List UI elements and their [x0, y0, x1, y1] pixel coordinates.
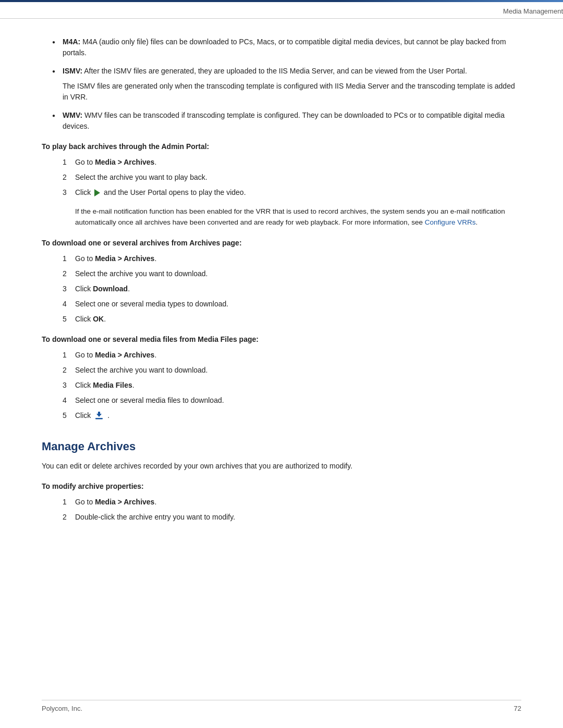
svg-marker-1: [96, 412, 102, 417]
step-num: 1: [63, 157, 67, 168]
svg-rect-0: [95, 418, 103, 419]
step-num: 1: [63, 253, 67, 264]
step: 3 Click Download.: [63, 283, 521, 294]
text-ismv: After the ISMV files are generated, they…: [84, 67, 467, 75]
download-archives-steps: 1 Go to Media > Archives. 2 Select the a…: [63, 253, 521, 325]
nav-link: Media > Archives: [95, 158, 154, 166]
page-footer: Polycom, Inc. 72: [42, 700, 521, 712]
download-icon: [94, 411, 104, 421]
media-files-button-ref: Media Files: [93, 381, 132, 389]
manage-archives-title: Manage Archives: [42, 440, 521, 453]
configure-vrrs-link[interactable]: Configure VRRs: [425, 218, 476, 226]
company-name: Polycom, Inc.: [42, 705, 82, 712]
step-num: 3: [63, 380, 67, 391]
step: 2 Double-click the archive entry you wan…: [63, 512, 521, 523]
playback-heading: To play back archives through the Admin …: [42, 142, 521, 151]
manage-archives-desc: You can edit or delete archives recorded…: [42, 461, 521, 472]
modify-steps: 1 Go to Media > Archives. 2 Double-click…: [63, 497, 521, 523]
ok-button-ref: OK: [93, 315, 104, 323]
download-archives-heading: To download one or several archives from…: [42, 239, 521, 247]
bullet-list: M4A: M4A (audio only file) files can be …: [52, 36, 521, 132]
step-num: 4: [63, 299, 67, 310]
accent-bar: [0, 0, 563, 2]
download-media-steps: 1 Go to Media > Archives. 2 Select the a…: [63, 350, 521, 421]
step-num: 4: [63, 395, 67, 406]
step: 5 Click .: [63, 410, 521, 421]
click-text: Click: [75, 188, 93, 196]
step: 5 Click OK.: [63, 314, 521, 325]
step-num: 2: [63, 172, 67, 183]
step: 1 Go to Media > Archives.: [63, 350, 521, 361]
step-num: 5: [63, 410, 67, 421]
step-num: 2: [63, 365, 67, 376]
step-num: 1: [63, 497, 67, 508]
term-ismv: ISMV:: [63, 67, 82, 75]
step: 2 Select the archive you want to downloa…: [63, 365, 521, 376]
step-num: 2: [63, 268, 67, 279]
ismv-note: The ISMV files are generated only when t…: [63, 81, 521, 103]
step: 4 Select one or several media types to d…: [63, 299, 521, 310]
list-item: M4A: M4A (audio only file) files can be …: [52, 36, 521, 58]
list-item: ISMV: After the ISMV files are generated…: [52, 66, 521, 103]
step-num: 5: [63, 314, 67, 325]
click-label: Click: [75, 411, 93, 419]
page-header: Media Management: [0, 3, 563, 19]
step: 2 Select the archive you want to downloa…: [63, 268, 521, 279]
click-after: .: [107, 411, 109, 419]
step: 3 Click Media Files.: [63, 380, 521, 391]
step-num: 3: [63, 187, 67, 198]
step: 1 Go to Media > Archives.: [63, 253, 521, 264]
playback-steps: 1 Go to Media > Archives. 2 Select the a…: [63, 157, 521, 198]
modify-heading: To modify archive properties:: [42, 482, 521, 490]
step: 2 Select the archive you want to play ba…: [63, 172, 521, 183]
download-button-ref: Download: [93, 285, 128, 293]
section-title: Media Management: [503, 7, 563, 15]
download-media-heading: To download one or several media files f…: [42, 335, 521, 343]
step: 1 Go to Media > Archives.: [63, 497, 521, 508]
playback-note: If the e-mail notification function has …: [75, 206, 521, 228]
nav-link: Media > Archives: [95, 254, 154, 263]
term-m4a: M4A:: [63, 38, 80, 46]
step-num: 2: [63, 512, 67, 523]
page-number: 72: [514, 705, 521, 712]
step-num: 3: [63, 283, 67, 294]
nav-link: Media > Archives: [95, 351, 154, 359]
step: 1 Go to Media > Archives.: [63, 157, 521, 168]
text-wmv: WMV files can be transcoded if transcodi…: [63, 111, 505, 130]
play-icon: [94, 189, 100, 196]
step: 4 Select one or several media files to d…: [63, 395, 521, 406]
step: 3 Click and the User Portal opens to pla…: [63, 187, 521, 198]
list-item: WMV: WMV files can be transcoded if tran…: [52, 110, 521, 132]
nav-link: Media > Archives: [95, 498, 154, 506]
term-wmv: WMV:: [63, 111, 82, 119]
content-area: M4A: M4A (audio only file) files can be …: [42, 31, 521, 523]
step-num: 1: [63, 350, 67, 361]
text-m4a: M4A (audio only file) files can be downl…: [63, 38, 506, 57]
